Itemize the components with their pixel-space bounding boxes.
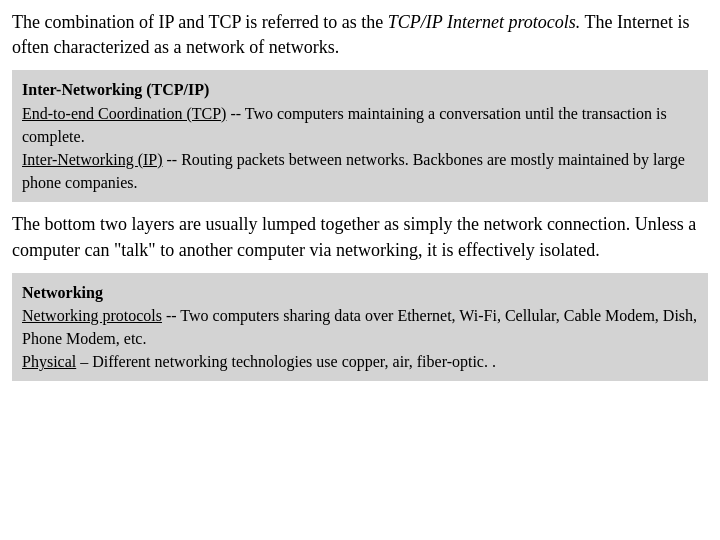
box2: Networking Networking protocols -- Two c… [12,273,708,382]
box2-line1-underline: Networking protocols [22,307,162,324]
page: The combination of IP and TCP is referre… [0,0,720,540]
box1-line2-underline: Inter-Networking (IP) [22,151,163,168]
box1-line1-underline: End-to-end Coordination (TCP) [22,105,226,122]
second-paragraph: The bottom two layers are usually lumped… [12,212,708,262]
box2-line2-underline: Physical [22,353,76,370]
intro-paragraph: The combination of IP and TCP is referre… [12,10,708,60]
box2-line2-rest: – Different networking technologies use … [76,353,496,370]
box2-line1: Networking protocols -- Two computers sh… [22,304,698,350]
box1-line2: Inter-Networking (IP) -- Routing packets… [22,148,698,194]
intro-text-before-italic: The combination of IP and TCP is referre… [12,12,388,32]
second-paragraph-text: The bottom two layers are usually lumped… [12,214,696,259]
intro-italic: TCP/IP Internet protocols. [388,12,581,32]
box1: Inter-Networking (TCP/IP) End-to-end Coo… [12,70,708,202]
box1-line1: End-to-end Coordination (TCP) -- Two com… [22,102,698,148]
box1-title: Inter-Networking (TCP/IP) [22,78,698,101]
box2-line2: Physical – Different networking technolo… [22,350,698,373]
box2-title: Networking [22,281,698,304]
